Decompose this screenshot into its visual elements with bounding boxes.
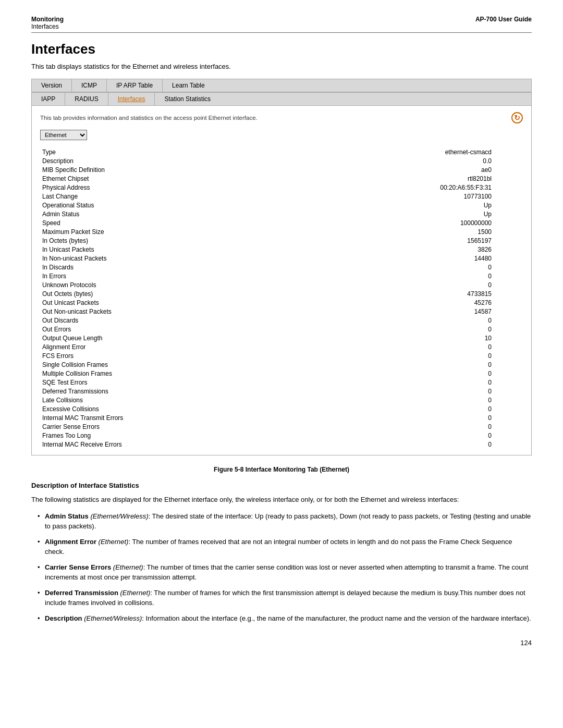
stat-value: ae0 — [305, 165, 523, 174]
table-row: Description0.0 — [40, 156, 523, 165]
stat-value: rtl8201bl — [305, 174, 523, 183]
stat-value: 0 — [305, 351, 523, 360]
tab-icmp[interactable]: ICMP — [72, 79, 107, 92]
table-row: In Unicast Packets3826 — [40, 245, 523, 254]
header-monitoring: Monitoring — [31, 16, 64, 23]
tab-version[interactable]: Version — [32, 79, 72, 92]
list-item: Alignment Error (Ethernet): The number o… — [40, 537, 532, 557]
stat-label: Out Discards — [40, 316, 305, 325]
table-row: Out Errors0 — [40, 325, 523, 334]
table-row: Maximum Packet Size1500 — [40, 227, 523, 236]
stat-value: 00:20:A6:55:F3:31 — [305, 183, 523, 192]
stat-value: 3826 — [305, 245, 523, 254]
stat-label: Excessive Collisions — [40, 404, 305, 413]
table-row: MIB Specific Definitionae0 — [40, 165, 523, 174]
tab-iapp[interactable]: IAPP — [32, 93, 65, 105]
header-interfaces: Interfaces — [31, 23, 59, 30]
list-item: Carrier Sense Errors (Ethernet): The num… — [40, 562, 532, 583]
stat-label: Admin Status — [40, 209, 305, 218]
stat-value: 0 — [305, 280, 523, 289]
page-number: 124 — [31, 639, 532, 647]
table-row: Out Discards0 — [40, 316, 523, 325]
stat-value: 0 — [305, 325, 523, 334]
table-row: Alignment Error0 — [40, 342, 523, 351]
stat-value: Up — [305, 201, 523, 209]
stat-label: Out Errors — [40, 325, 305, 334]
interface-dropdown[interactable]: Ethernet Wireless — [40, 130, 87, 140]
tab-learn-table[interactable]: Learn Table — [163, 79, 214, 92]
tab-row-top: VersionICMPIP ARP TableLearn Table — [32, 79, 531, 92]
stat-label: MIB Specific Definition — [40, 165, 305, 174]
stat-label: Internal MAC Receive Errors — [40, 440, 305, 449]
list-item: Description (Ethernet/Wireless): Informa… — [40, 613, 532, 624]
table-row: Internal MAC Transmit Errors0 — [40, 413, 523, 422]
stat-value: 0 — [305, 404, 523, 413]
table-row: Operational StatusUp — [40, 201, 523, 209]
table-row: Internal MAC Receive Errors0 — [40, 440, 523, 449]
table-row: In Errors0 — [40, 272, 523, 280]
stat-value: 14480 — [305, 254, 523, 263]
stat-label: Type — [40, 147, 305, 156]
stat-label: Out Octets (bytes) — [40, 289, 305, 298]
table-row: Ethernet Chipsetrtl8201bl — [40, 174, 523, 183]
stat-label: Physical Address — [40, 183, 305, 192]
stat-value: 45276 — [305, 298, 523, 307]
table-row: Out Octets (bytes)4733815 — [40, 289, 523, 298]
tab-interfaces[interactable]: Interfaces — [108, 93, 155, 105]
table-row: Out Non-unicast Packets14587 — [40, 307, 523, 316]
stat-label: Output Queue Length — [40, 334, 305, 342]
table-row: Frames Too Long0 — [40, 431, 523, 440]
list-item: Deferred Transmission (Ethernet): The nu… — [40, 588, 532, 608]
stat-value: 0 — [305, 413, 523, 422]
list-item: Admin Status (Ethernet/Wireless): The de… — [40, 511, 532, 532]
stat-value: 0 — [305, 396, 523, 404]
table-row: Output Queue Length10 — [40, 334, 523, 342]
description-intro: The following statistics are displayed f… — [31, 495, 532, 505]
dropdown-wrapper: Ethernet Wireless — [40, 130, 523, 140]
stat-label: FCS Errors — [40, 351, 305, 360]
stat-label: Carrier Sense Errors — [40, 422, 305, 431]
stat-value: 0 — [305, 387, 523, 396]
table-row: Late Collisions0 — [40, 396, 523, 404]
stat-value: Up — [305, 209, 523, 218]
table-row: Speed100000000 — [40, 218, 523, 227]
table-row: Multiple Collision Frames0 — [40, 369, 523, 378]
stat-label: Ethernet Chipset — [40, 174, 305, 183]
tab-panel: VersionICMPIP ARP TableLearn Table IAPPR… — [31, 79, 532, 455]
stat-value: 0 — [305, 263, 523, 272]
table-row: SQE Test Errors0 — [40, 378, 523, 387]
refresh-button[interactable]: ↻ — [511, 112, 523, 124]
table-row: In Octets (bytes)1565197 — [40, 236, 523, 245]
stat-label: Description — [40, 156, 305, 165]
page-description: This tab displays statistics for the Eth… — [31, 63, 532, 70]
tab-info-text: This tab provides information and statis… — [40, 115, 258, 121]
stat-label: Out Non-unicast Packets — [40, 307, 305, 316]
stat-label: Speed — [40, 218, 305, 227]
tab-radius[interactable]: RADIUS — [65, 93, 108, 105]
table-row: In Discards0 — [40, 263, 523, 272]
table-row: Admin StatusUp — [40, 209, 523, 218]
tab-info-bar: This tab provides information and statis… — [40, 112, 523, 124]
stat-label: Frames Too Long — [40, 431, 305, 440]
table-row: Out Unicast Packets45276 — [40, 298, 523, 307]
stat-label: Operational Status — [40, 201, 305, 209]
table-row: Unknown Protocols0 — [40, 280, 523, 289]
tab-row-bottom: IAPPRADIUSInterfacesStation Statistics — [32, 92, 531, 106]
page-title: Interfaces — [31, 41, 532, 57]
stat-value: 0 — [305, 369, 523, 378]
table-row: Deferred Transmissions0 — [40, 387, 523, 396]
description-heading: Description of Interface Statistics — [31, 482, 532, 489]
stat-value: 1500 — [305, 227, 523, 236]
stat-value: 0 — [305, 440, 523, 449]
tab-content: This tab provides information and statis… — [32, 106, 531, 455]
stats-table: Typeethernet-csmacdDescription0.0MIB Spe… — [40, 147, 523, 449]
table-row: In Non-unicast Packets14480 — [40, 254, 523, 263]
tab-station-statistics[interactable]: Station Statistics — [155, 93, 220, 105]
tab-ip-arp-table[interactable]: IP ARP Table — [107, 79, 163, 92]
table-row: Carrier Sense Errors0 — [40, 422, 523, 431]
stat-label: Late Collisions — [40, 396, 305, 404]
stat-label: Internal MAC Transmit Errors — [40, 413, 305, 422]
stat-label: In Errors — [40, 272, 305, 280]
table-row: Last Change10773100 — [40, 192, 523, 201]
table-row: Typeethernet-csmacd — [40, 147, 523, 156]
